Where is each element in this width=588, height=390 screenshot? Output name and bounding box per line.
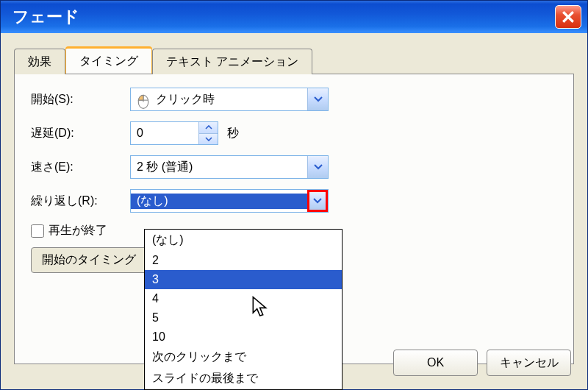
titlebar: フェード <box>1 1 587 33</box>
speed-combo[interactable]: 2 秒 (普通) <box>130 155 329 179</box>
delay-spinner-buttons <box>198 122 218 144</box>
tab-effect[interactable]: 効果 <box>14 49 65 74</box>
repeat-option-5[interactable]: 5 <box>145 308 342 327</box>
tab-text-animation[interactable]: テキスト アニメーション <box>152 49 312 74</box>
close-button[interactable] <box>555 5 581 29</box>
repeat-label: 繰り返し(R): <box>31 194 130 209</box>
start-row: 開始(S): クリック時 <box>31 88 557 111</box>
trigger-timing-button[interactable]: 開始のタイミング <box>31 247 147 273</box>
repeat-value: (なし) <box>131 194 307 209</box>
start-value: クリック時 <box>156 92 215 107</box>
chevron-down-icon <box>314 164 323 170</box>
mouse-click-icon <box>137 93 150 106</box>
start-combo-button[interactable] <box>307 88 328 110</box>
chevron-down-icon <box>205 137 212 141</box>
chevron-down-icon <box>313 198 322 204</box>
dialog-title: フェード <box>12 6 79 28</box>
delay-spin-down[interactable] <box>198 134 218 145</box>
delay-value: 0 <box>131 127 198 140</box>
delay-spin-up[interactable] <box>198 122 218 134</box>
seconds-label: 秒 <box>227 126 239 141</box>
start-combo-text: クリック時 <box>131 92 307 107</box>
dialog-content: 効果 タイミング テキスト アニメーション 開始(S): クリック時 <box>1 33 587 389</box>
repeat-option-until-click[interactable]: 次のクリックまで <box>145 347 342 368</box>
repeat-option-until-slide-end[interactable]: スライドの最後まで <box>145 368 342 389</box>
close-icon <box>562 10 575 24</box>
speed-value: 2 秒 (普通) <box>131 160 307 175</box>
dialog-window: フェード 効果 タイミング テキスト アニメーション 開始(S): クリ <box>0 0 588 390</box>
speed-combo-button[interactable] <box>307 156 328 178</box>
delay-row: 遅延(D): 0 秒 <box>31 121 557 145</box>
dialog-buttons: OK キャンセル <box>393 350 571 376</box>
delay-spinner[interactable]: 0 <box>130 121 218 145</box>
ok-button[interactable]: OK <box>393 350 478 376</box>
start-combo[interactable]: クリック時 <box>130 88 329 111</box>
speed-label: 速さ(E): <box>31 160 130 175</box>
repeat-option-2[interactable]: 2 <box>145 251 342 270</box>
speed-row: 速さ(E): 2 秒 (普通) <box>31 155 557 179</box>
chevron-down-icon <box>314 96 323 102</box>
repeat-option-10[interactable]: 10 <box>145 327 342 347</box>
tab-timing[interactable]: タイミング <box>65 46 152 74</box>
repeat-option-3[interactable]: 3 <box>145 270 342 289</box>
chevron-up-icon <box>205 125 212 130</box>
repeat-option-4[interactable]: 4 <box>145 289 342 308</box>
rewind-checkbox[interactable] <box>31 224 44 238</box>
cancel-button[interactable]: キャンセル <box>487 350 571 376</box>
repeat-dropdown-list: (なし) 2 3 4 5 10 次のクリックまで スライドの最後まで <box>144 229 343 390</box>
delay-label: 遅延(D): <box>31 126 130 141</box>
repeat-combo-button[interactable] <box>307 190 328 212</box>
repeat-combo[interactable]: (なし) <box>130 189 329 213</box>
tab-row: 効果 タイミング テキスト アニメーション <box>14 46 574 74</box>
timing-panel: 開始(S): クリック時 遅延(D): 0 <box>14 74 574 364</box>
repeat-row: 繰り返し(R): (なし) <box>31 189 557 213</box>
rewind-checkbox-label: 再生が終了 <box>49 223 107 238</box>
repeat-option-none[interactable]: (なし) <box>145 230 342 251</box>
start-label: 開始(S): <box>31 92 130 107</box>
